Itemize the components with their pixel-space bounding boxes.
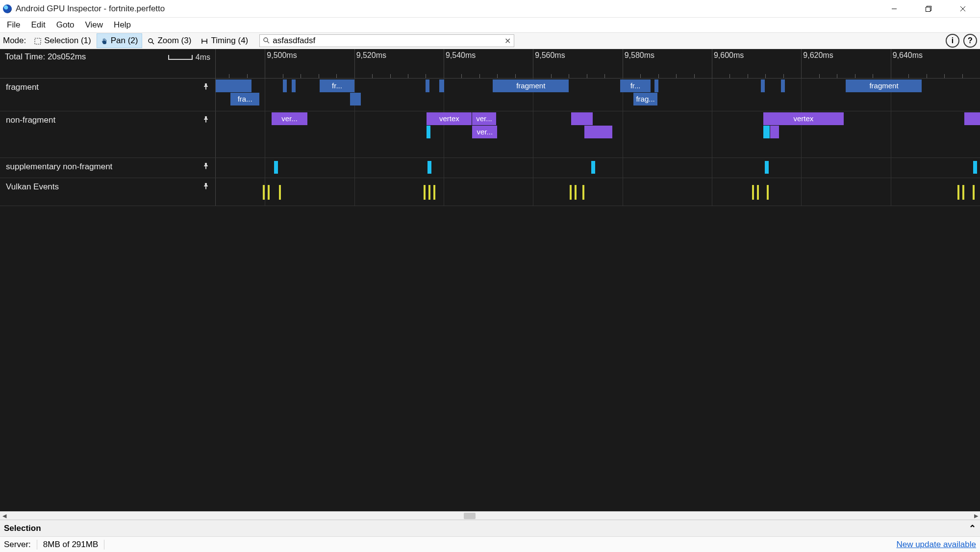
track-content[interactable] [216, 158, 980, 178]
timeline-event[interactable] [433, 185, 435, 200]
track-name[interactable]: non-fragment [0, 111, 216, 158]
track-name[interactable]: fragment [0, 79, 216, 111]
status-bar: Server: 8MB of 291MB New update availabl… [0, 536, 980, 552]
timeline-slice[interactable]: fr... [320, 79, 354, 92]
clear-search-icon[interactable]: ✕ [504, 36, 511, 46]
timeline-event[interactable] [570, 185, 572, 200]
track-content[interactable] [216, 178, 980, 206]
timeline-slice[interactable]: fra... [230, 93, 259, 105]
server-label: Server: [4, 540, 31, 550]
timeline-slice[interactable]: fragment [493, 79, 569, 92]
timeline-slice[interactable] [763, 126, 770, 138]
timeline-event[interactable] [279, 185, 281, 200]
menu-edit[interactable]: Edit [26, 18, 50, 32]
scrollbar-thumb[interactable] [464, 513, 476, 519]
timeline-slice[interactable] [964, 112, 980, 125]
timeline-slice[interactable]: vertex [763, 112, 844, 125]
timeline-slice[interactable] [439, 79, 444, 92]
mode-pan[interactable]: Pan (2) [97, 33, 143, 48]
track-name-label: Vulkan Events [6, 182, 59, 192]
menu-view[interactable]: View [80, 18, 108, 32]
selection-panel[interactable]: Selection ⌃ [0, 520, 980, 536]
timeline-slice[interactable] [427, 161, 431, 174]
timeline-slice[interactable] [654, 79, 658, 92]
timeline-slice[interactable] [283, 79, 287, 92]
ruler-label: 9,620ms [803, 51, 833, 60]
timeline-event[interactable] [757, 185, 759, 200]
timeline-event[interactable] [263, 185, 265, 200]
timeline-event[interactable] [962, 185, 964, 200]
timeline-slice[interactable]: frag... [633, 93, 657, 105]
maximize-button[interactable] [911, 0, 946, 18]
pin-icon[interactable] [202, 115, 209, 125]
scrollbar-track[interactable] [8, 512, 972, 520]
timeline-header: Total Time: 20s052ms 4ms 9,500ms9,520ms9… [0, 49, 980, 79]
timeline-slice[interactable] [761, 79, 765, 92]
time-ruler[interactable]: 9,500ms9,520ms9,540ms9,560ms9,580ms9,600… [216, 49, 980, 78]
timeline-slice[interactable] [584, 126, 612, 138]
timeline-slice[interactable]: ver... [472, 126, 497, 138]
timeline-event[interactable] [582, 185, 584, 200]
timeline-slice[interactable]: fragment [846, 79, 922, 92]
timeline-slice[interactable] [427, 126, 430, 138]
info-icon: i [952, 36, 954, 45]
timeline-event[interactable] [428, 185, 430, 200]
mode-selection[interactable]: Selection (1) [30, 33, 95, 48]
menu-goto[interactable]: Goto [51, 18, 79, 32]
timeline-event[interactable] [268, 185, 270, 200]
pin-icon[interactable] [202, 82, 209, 92]
timeline-slice[interactable]: vertex [427, 112, 472, 125]
track-row[interactable]: fragmentfra...fr...fragmentfr...frag...f… [0, 79, 980, 111]
timeline-slice[interactable] [781, 79, 785, 92]
timeline-slice[interactable] [591, 161, 595, 174]
update-available-link[interactable]: New update available [896, 540, 976, 550]
track-content[interactable]: fra...fr...fragmentfr...frag...fragment [216, 79, 980, 111]
scroll-right-arrow[interactable]: ▶ [972, 513, 980, 519]
timeline-empty-area[interactable] [0, 206, 980, 511]
track-row[interactable]: Vulkan Events [0, 178, 980, 206]
minimize-button[interactable] [877, 0, 911, 18]
pin-icon[interactable] [202, 182, 209, 192]
timeline-slice[interactable] [274, 161, 278, 174]
track-name-label: supplementary non-fragment [6, 162, 112, 172]
timeline-event[interactable] [752, 185, 754, 200]
collapse-panel-icon[interactable]: ⌃ [969, 523, 976, 534]
menu-file[interactable]: File [2, 18, 25, 32]
info-button[interactable]: i [946, 34, 959, 48]
search-input[interactable] [273, 36, 502, 46]
timeline-slice[interactable]: ver... [272, 112, 307, 125]
timeline-slice[interactable]: fr... [620, 79, 651, 92]
pin-icon[interactable] [202, 162, 209, 172]
mode-zoom[interactable]: Zoom (3) [143, 33, 196, 48]
horizontal-scrollbar[interactable]: ◀ ▶ [0, 511, 980, 520]
mode-timing[interactable]: Timing (4) [197, 33, 252, 48]
scroll-left-arrow[interactable]: ◀ [0, 513, 8, 519]
search-box[interactable]: ✕ [259, 34, 514, 47]
close-button[interactable] [946, 0, 980, 18]
menu-help[interactable]: Help [109, 18, 136, 32]
track-row[interactable]: supplementary non-fragment [0, 158, 980, 178]
help-button[interactable]: ? [963, 34, 977, 48]
timeline-event[interactable] [973, 185, 975, 200]
tracks[interactable]: fragmentfra...fr...fragmentfr...frag...f… [0, 79, 980, 206]
timeline-event[interactable] [957, 185, 959, 200]
timeline-slice[interactable] [770, 126, 779, 138]
timeline-event[interactable] [767, 185, 769, 200]
timeline-event[interactable] [575, 185, 577, 200]
track-row[interactable]: non-fragmentver...vertexver...ver...vert… [0, 111, 980, 158]
track-name[interactable]: Vulkan Events [0, 178, 216, 206]
timeline-slice[interactable] [292, 79, 296, 92]
timeline-slice[interactable] [765, 161, 769, 174]
track-name[interactable]: supplementary non-fragment [0, 158, 216, 178]
timeline-slice[interactable] [571, 112, 593, 125]
timeline-slice[interactable]: ver... [472, 112, 496, 125]
timeline-event[interactable] [424, 185, 426, 200]
timeline-slice[interactable] [426, 79, 429, 92]
selection-panel-title: Selection [4, 524, 41, 533]
scale-label: 4ms [196, 53, 210, 62]
track-content[interactable]: ver...vertexver...ver...vertex [216, 111, 980, 158]
timeline[interactable]: Total Time: 20s052ms 4ms 9,500ms9,520ms9… [0, 49, 980, 511]
timeline-slice[interactable] [350, 93, 361, 105]
timeline-slice[interactable] [216, 79, 251, 92]
timeline-slice[interactable] [973, 161, 977, 174]
